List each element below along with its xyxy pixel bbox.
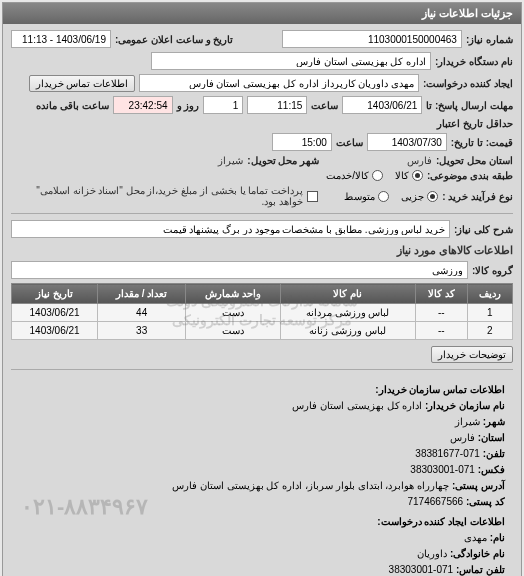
row-price-date: قیمت: تا تاریخ: ساعت bbox=[11, 133, 513, 151]
main-panel: جزئیات اطلاعات نیاز شماره نیاز: تاریخ و … bbox=[2, 2, 522, 576]
panel-title: جزئیات اطلاعات نیاز bbox=[422, 7, 513, 19]
time-label-1: ساعت bbox=[311, 100, 338, 111]
province-label: استان: bbox=[478, 432, 505, 443]
cell-code: -- bbox=[415, 304, 467, 322]
price-time-input[interactable] bbox=[272, 133, 332, 151]
table-row: 1 -- لباس ورزشی مردانه دست 44 1403/06/21 bbox=[12, 304, 513, 322]
radio-medium[interactable]: متوسط bbox=[344, 191, 389, 202]
fax-value: 071-38303001 bbox=[410, 464, 475, 475]
fax-label: فکس: bbox=[478, 464, 505, 475]
cell-qty: 44 bbox=[98, 304, 186, 322]
th-name: نام کالا bbox=[280, 284, 415, 304]
payment-note: پرداخت تماما یا بخشی از مبلغ خرید،از محل… bbox=[11, 185, 303, 207]
radio-goods[interactable]: کالا bbox=[395, 170, 423, 181]
general-desc-label: شرح کلی نیاز: bbox=[454, 224, 513, 235]
goods-info-title: اطلاعات کالاهای مورد نیاز bbox=[11, 244, 513, 257]
cell-row: 1 bbox=[467, 304, 512, 322]
table-row: 2 -- لباس ورزشی زنانه دست 33 1403/06/21 bbox=[12, 322, 513, 340]
delivery-city-value: شیراز bbox=[218, 155, 243, 166]
buyer-org-label: نام دستگاه خریدار: bbox=[435, 56, 513, 67]
province-value: فارس bbox=[450, 432, 475, 443]
delivery-city-label: شهر محل تحویل: bbox=[247, 155, 319, 166]
radio-dot-checked-icon bbox=[412, 170, 423, 181]
city-value: شیراز bbox=[455, 416, 480, 427]
delivery-province-value: فارس bbox=[407, 155, 432, 166]
purchase-type-radios: جزیی متوسط bbox=[344, 191, 438, 202]
radio-small[interactable]: جزیی bbox=[401, 191, 438, 202]
row-response-deadline: مهلت ارسال پاسخ: تا ساعت روز و ساعت باقی… bbox=[11, 96, 513, 114]
family-label: نام خانوادگی: bbox=[450, 548, 505, 559]
response-date-input[interactable] bbox=[342, 96, 422, 114]
delivery-province-label: استان محل تحویل: bbox=[436, 155, 513, 166]
remain-suffix: ساعت باقی مانده bbox=[36, 100, 109, 111]
remain-time-input[interactable] bbox=[113, 96, 173, 114]
creator-input[interactable] bbox=[139, 74, 419, 92]
radio-dot-icon-2 bbox=[378, 191, 389, 202]
row-goods-group: گروه کالا: bbox=[11, 261, 513, 279]
row-supply-category: طبقه بندی موضوعی: کالا کالا/خدمت bbox=[11, 170, 513, 181]
address-label: آدرس پستی: bbox=[452, 480, 505, 491]
row-purchase-type: نوع فرآیند خرید : جزیی متوسط پرداخت تمام… bbox=[11, 185, 513, 207]
public-datetime-input[interactable] bbox=[11, 30, 111, 48]
buyer-org-input[interactable] bbox=[151, 52, 431, 70]
cell-date: 1403/06/21 bbox=[12, 304, 98, 322]
cell-unit: دست bbox=[186, 304, 280, 322]
cell-qty: 33 bbox=[98, 322, 186, 340]
name-value: مهدی bbox=[464, 532, 487, 543]
postal-value: 7174667566 bbox=[407, 496, 463, 507]
supply-category-label: طبقه بندی موضوعی: bbox=[427, 170, 513, 181]
th-unit: واحد شمارش bbox=[186, 284, 280, 304]
family-value: داوریان bbox=[417, 548, 447, 559]
remain-days-input[interactable] bbox=[203, 96, 243, 114]
watermark-phone: ۰۲۱-۸۸۳۴۹۶۷ bbox=[21, 489, 148, 524]
response-deadline-label: مهلت ارسال پاسخ: تا bbox=[426, 100, 513, 111]
contact-phone-value: 071-38303001 bbox=[389, 564, 454, 575]
response-time-input[interactable] bbox=[247, 96, 307, 114]
city-label: شهر: bbox=[483, 416, 505, 427]
th-qty: تعداد / مقدار bbox=[98, 284, 186, 304]
price-date-input[interactable] bbox=[367, 133, 447, 151]
row-request-number: شماره نیاز: تاریخ و ساعت اعلان عمومی: bbox=[11, 30, 513, 48]
day-label: روز و bbox=[177, 100, 200, 111]
request-number-input[interactable] bbox=[282, 30, 462, 48]
address-value: چهارراه هوابرد، ابتدای بلوار سرباز، ادار… bbox=[172, 480, 449, 491]
radio-small-label: جزیی bbox=[401, 191, 424, 202]
th-code: کد کالا bbox=[415, 284, 467, 304]
radio-dot-checked-icon-2 bbox=[427, 191, 438, 202]
supply-category-radios: کالا کالا/خدمت bbox=[326, 170, 423, 181]
buyer-contact-button[interactable]: اطلاعات تماس خریدار bbox=[29, 75, 136, 92]
radio-goods-service[interactable]: کالا/خدمت bbox=[326, 170, 383, 181]
purchase-type-label: نوع فرآیند خرید : bbox=[442, 191, 513, 202]
goods-table: ردیف کد کالا نام کالا واحد شمارش تعداد /… bbox=[11, 283, 513, 340]
row-creator: ایجاد کننده درخواست: اطلاعات تماس خریدار bbox=[11, 74, 513, 92]
org-value: اداره کل بهزیستی استان فارس bbox=[292, 400, 422, 411]
time-label-2: ساعت bbox=[336, 137, 363, 148]
row-delivery-province: استان محل تحویل: فارس شهر محل تحویل: شیر… bbox=[11, 155, 513, 166]
cell-name: لباس ورزشی زنانه bbox=[280, 322, 415, 340]
contact-title: اطلاعات تماس سازمان خریدار: bbox=[19, 382, 505, 398]
general-desc-input[interactable] bbox=[11, 220, 450, 238]
cell-code: -- bbox=[415, 322, 467, 340]
row-buyer-org: نام دستگاه خریدار: bbox=[11, 52, 513, 70]
price-until-label: قیمت: تا تاریخ: bbox=[451, 137, 513, 148]
org-label: نام سازمان خریدار: bbox=[425, 400, 505, 411]
contact-section: ۰۲۱-۸۸۳۴۹۶۷ اطلاعات تماس سازمان خریدار: … bbox=[11, 376, 513, 576]
treasury-checkbox[interactable] bbox=[307, 191, 317, 202]
row-price-deadline: حداقل تاریخ اعتبار bbox=[11, 118, 513, 129]
th-date: تاریخ نیاز bbox=[12, 284, 98, 304]
radio-medium-label: متوسط bbox=[344, 191, 375, 202]
cell-row: 2 bbox=[467, 322, 512, 340]
contact-phone-label: تلفن تماس: bbox=[456, 564, 505, 575]
name-label: نام: bbox=[490, 532, 505, 543]
phone-label: تلفن: bbox=[483, 448, 505, 459]
table-wrapper: سامانه تدارکات الکترونیکی دولت مرکز توسع… bbox=[11, 283, 513, 340]
goods-group-label: گروه کالا: bbox=[472, 265, 513, 276]
radio-goods-label: کالا bbox=[395, 170, 409, 181]
request-number-label: شماره نیاز: bbox=[466, 34, 513, 45]
buyer-explain-button[interactable]: توضیحات خریدار bbox=[431, 346, 513, 363]
phone-value: 071-38381677 bbox=[415, 448, 480, 459]
goods-group-input[interactable] bbox=[11, 261, 468, 279]
cell-name: لباس ورزشی مردانه bbox=[280, 304, 415, 322]
radio-dot-icon bbox=[372, 170, 383, 181]
cell-date: 1403/06/21 bbox=[12, 322, 98, 340]
